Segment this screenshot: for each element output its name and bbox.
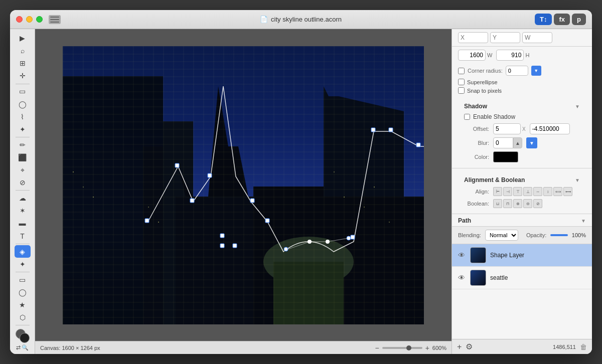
svg-point-11 [263,237,354,287]
enable-shadow-row: Enable Shadow [458,112,586,122]
align-center-h-icon[interactable]: ⊣ [503,187,512,196]
offset-x-input[interactable] [493,123,521,134]
minimize-button[interactable] [26,16,33,23]
maximize-button[interactable] [36,16,43,23]
blur-input[interactable] [493,137,513,148]
text-tool-button[interactable]: T↕ [535,14,552,25]
corner-radius-dropdown[interactable]: ▼ [531,66,541,76]
polygon-shape-tool[interactable]: ⬡ [15,311,31,323]
text-tool-left[interactable]: T [15,230,31,242]
rect-select-tool[interactable]: ▭ [15,85,31,97]
boolean-intersect-icon[interactable]: ⊕ [513,199,522,208]
align-top-icon[interactable]: ⊥ [523,187,532,196]
layer-eye-shape[interactable]: 👁 [457,251,466,259]
layer-settings-button[interactable]: ⚙ [466,342,473,351]
divider-3 [16,190,30,191]
distribute-v-icon[interactable]: ⟷ [563,187,572,196]
lasso-tool[interactable]: ⌇ [15,111,31,123]
alignment-header: Alignment & Boolean ▼ [458,172,586,186]
enable-shadow-checkbox[interactable] [464,114,470,120]
align-bottom-icon[interactable]: ↕ [543,187,552,196]
canvas-image [63,46,424,324]
zoom-in-button[interactable]: + [425,344,429,352]
offset-y-input[interactable] [530,123,570,134]
layer-eye-seattle[interactable]: 👁 [457,274,466,282]
width-group: W [458,50,492,61]
svg-rect-1 [63,76,163,324]
color-pair[interactable] [16,329,30,343]
zoom-out-button[interactable]: − [375,344,379,352]
blur-type-dropdown[interactable]: ▼ [526,137,537,148]
layers-panel: 👁 Shape Layer 👁 seattle [452,244,592,339]
boolean-row: Boolean: ⊔ ⊓ ⊕ ⊖ ⊘ [458,198,586,210]
superellipse-checkbox[interactable] [458,79,465,85]
snap-checkbox[interactable] [458,87,465,94]
p-tool-button[interactable]: p [572,14,586,25]
panel-bottombar: + ⚙ 1486,511 🗑 [452,339,592,354]
svg-rect-2 [143,146,183,324]
sun-tool[interactable]: ✶ [15,205,31,217]
corner-radius-label: Corner radius: [468,68,503,74]
fx-tool-button[interactable]: fx [554,14,570,25]
path-chevron[interactable]: ▼ [581,218,586,224]
boolean-icons: ⊔ ⊓ ⊕ ⊖ ⊘ [493,199,542,208]
bezier-pen-tool[interactable]: ◈ [15,245,31,257]
magic-wand-tool[interactable]: ✦ [15,123,31,135]
layer-row-seattle[interactable]: 👁 seattle [452,267,592,289]
background-color[interactable] [20,333,30,343]
close-button[interactable] [16,16,23,23]
x-input[interactable] [458,32,488,43]
svg-point-35 [347,236,351,240]
corner-radius-checkbox[interactable] [458,68,465,74]
delete-layer-button[interactable]: 🗑 [580,343,587,351]
zoom-tool-small[interactable]: 🔍 [22,344,29,351]
left-toolbar: ▶ ⌕ ⊞ ✛ ▭ ◯ ⌇ ✦ ✏ ⬛ ⌖ ⊘ ☁ ✶ ▬ T ◈ ✦ ▭ ◯ … [10,29,35,354]
opacity-slider[interactable] [550,234,568,236]
blur-label: Blur: [464,140,489,146]
swap-colors-icon[interactable]: ⇄ [16,344,21,351]
distribute-h-icon[interactable]: ⟺ [553,187,562,196]
svg-rect-19 [344,197,345,198]
width-input[interactable] [458,50,486,61]
transform-tool[interactable]: ✛ [15,70,31,82]
sidebar-toggle-button[interactable] [49,15,61,24]
pen-tool[interactable]: ✏ [15,139,31,151]
layer-row-shape[interactable]: 👁 Shape Layer [452,244,592,267]
blending-mode-select[interactable]: Normal [485,230,518,241]
y-input[interactable] [490,32,520,43]
height-input[interactable] [496,50,524,61]
brush-tool[interactable]: ⬛ [15,151,31,163]
shadow-color-swatch[interactable] [493,151,518,162]
path-tool[interactable]: ✦ [15,258,31,270]
blur-stepper-btn[interactable]: ▲ [513,137,522,148]
crop-tool[interactable]: ⊞ [15,57,31,69]
svg-rect-0 [63,46,424,324]
select-tool[interactable]: ▶ [15,32,31,44]
zoom-tool[interactable]: ⌕ [15,45,31,57]
ellipse-select-tool[interactable]: ◯ [15,98,31,110]
add-layer-button[interactable]: + [457,342,462,351]
boolean-exclude-icon[interactable]: ⊖ [523,199,532,208]
corner-radius-input[interactable] [506,66,528,76]
rect-shape-tool[interactable]: ▭ [15,274,31,286]
canvas-wrapper[interactable] [35,29,452,341]
alignment-chevron[interactable]: ▼ [575,177,580,183]
w2-input[interactable] [522,32,552,43]
align-left-icon[interactable]: ⊢ [493,187,502,196]
divider-4 [16,244,30,244]
stamp-tool[interactable]: ⊘ [15,176,31,189]
shadow-chevron[interactable]: ▼ [575,104,580,109]
ellipse-shape-tool[interactable]: ◯ [15,286,31,298]
boolean-subtract-icon[interactable]: ⊓ [503,199,512,208]
align-right-icon[interactable]: ⊤ [513,187,522,196]
title-text: city skyline outline.acorn [271,16,342,23]
rect-tool[interactable]: ▬ [15,217,31,229]
eraser-tool[interactable]: ⌖ [15,164,31,176]
blur-stepper: ▲ [493,137,522,148]
boolean-union-icon[interactable]: ⊔ [493,199,502,208]
align-center-v-icon[interactable]: ↔ [533,187,542,196]
zoom-slider[interactable] [382,347,422,349]
cloud-shape-tool[interactable]: ☁ [15,192,31,204]
star-shape-tool[interactable]: ★ [15,299,31,311]
boolean-divide-icon[interactable]: ⊘ [533,199,542,208]
